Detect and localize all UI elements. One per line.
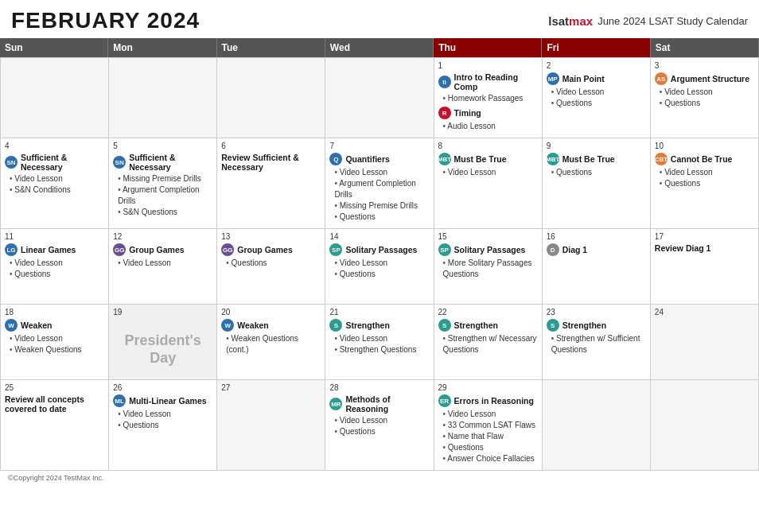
event-timing: R Timing Audio Lesson: [438, 107, 538, 132]
event-errors-reasoning: ER Errors in Reasoning Video Lesson 33 C…: [438, 394, 538, 464]
event-group-games-12: GG Group Games Video Lesson: [113, 243, 212, 269]
event-weaken-18: W Weaken Video Lesson Weaken Questions: [5, 319, 104, 355]
icon-weaken-20: W: [221, 319, 234, 332]
event-suf-nec-5: SN Sufficient & Necessary Missing Premis…: [113, 153, 212, 218]
header-fri: Fri: [542, 38, 650, 57]
event-strengthen-21: S Strengthen Video Lesson Strengthen Que…: [329, 319, 429, 355]
event-group-games-13: GG Group Games Questions: [221, 243, 321, 269]
event-suf-nec-4: SN Sufficient & Necessary Video Lesson S…: [5, 153, 104, 196]
event-review-suf: Review Sufficient & Necessary: [221, 153, 321, 172]
header-wed: Wed: [325, 38, 434, 57]
cell-feb26: 26 ML Multi-Linear Games Video Lesson Qu…: [109, 380, 217, 471]
header-thu: Thu: [434, 38, 542, 57]
icon-solitary-14: SP: [329, 243, 342, 256]
icon-must-be-true-9: MBT: [547, 153, 559, 165]
icon-suf-nec-4: SN: [5, 156, 18, 169]
event-solitary-15: SP Solitary Passages More Solitary Passa…: [438, 243, 538, 280]
icon-group-games-12: GG: [113, 243, 126, 256]
cell-feb11: 11 LG Linear Games Video Lesson Question…: [1, 229, 109, 305]
icon-arg-structure: AS: [655, 72, 668, 85]
cell-feb24: 24: [651, 305, 759, 380]
cell-feb16: 16 D Diag 1: [543, 229, 651, 305]
icon-strengthen-22: S: [438, 319, 451, 332]
event-multi-linear: ML Multi-Linear Games Video Lesson Quest…: [113, 394, 212, 431]
cell-feb8: 8 MBT Must Be True Video Lesson: [434, 138, 543, 229]
cell-empty-3: [217, 58, 325, 138]
cell-feb25: 25 Review all concepts covered to date: [1, 380, 109, 471]
cell-feb6: 6 Review Sufficient & Necessary: [217, 138, 325, 229]
cell-feb21: 21 S Strengthen Video Lesson Strengthen …: [325, 305, 434, 380]
event-methods-reasoning: MR Methods of Reasoning Video Lesson Que…: [329, 394, 429, 437]
cell-feb23: 23 S Strengthen Strengthen w/ Sufficient…: [543, 305, 651, 380]
month-title: FEBRUARY 2024: [11, 8, 200, 33]
day-headers: Sun Mon Tue Wed Thu Fri Sat: [0, 38, 759, 57]
icon-solitary-15: SP: [438, 243, 451, 256]
icon-main-point: MP: [547, 72, 559, 85]
cell-feb19: 19 President'sDay: [109, 305, 217, 380]
icon-must-be-true-8: MBT: [438, 153, 451, 165]
event-linear-games: LG Linear Games Video Lesson Questions: [5, 243, 104, 280]
event-review-concepts: Review all concepts covered to date: [5, 394, 104, 414]
cell-feb29: 29 ER Errors in Reasoning Video Lesson 3…: [434, 380, 543, 471]
cell-feb9: 9 MBT Must Be True Questions: [543, 138, 651, 229]
event-quantifiers: Q Quantifiers Video Lesson Argument Comp…: [329, 153, 429, 223]
cell-feb12: 12 GG Group Games Video Lesson: [109, 229, 217, 305]
event-review-diag1: Review Diag 1: [655, 243, 754, 253]
brand-area: lsatmax June 2024 LSAT Study Calendar: [548, 14, 748, 28]
brand-logo: lsatmax: [548, 14, 593, 28]
icon-timing: R: [438, 107, 451, 119]
cell-feb15: 15 SP Solitary Passages More Solitary Pa…: [434, 229, 543, 305]
icon-errors-reasoning: ER: [438, 394, 451, 407]
event-solitary-14: SP Solitary Passages Video Lesson Questi…: [329, 243, 429, 280]
icon-strengthen-23: S: [547, 319, 559, 332]
cell-feb10: 10 CBT Cannot Be True Video Lesson Quest…: [651, 138, 759, 229]
cell-empty-end2: [651, 380, 759, 471]
header-sat: Sat: [651, 38, 759, 57]
cell-feb4: 4 SN Sufficient & Necessary Video Lesson…: [1, 138, 109, 229]
calendar-grid: 1 II Intro to Reading Comp Homework Pass…: [0, 57, 759, 471]
cell-feb14: 14 SP Solitary Passages Video Lesson Que…: [325, 229, 434, 305]
cell-feb3: 3 AS Argument Structure Video Lesson Que…: [651, 58, 759, 138]
icon-suf-nec-5: SN: [113, 156, 126, 169]
footer: ©Copyright 2024 TestMax Inc.: [0, 471, 759, 485]
cell-feb7: 7 Q Quantifiers Video Lesson Argument Co…: [325, 138, 434, 229]
event-main-point: MP Main Point Video Lesson Questions: [547, 72, 646, 109]
icon-strengthen-21: S: [329, 319, 342, 332]
event-arg-structure: AS Argument Structure Video Lesson Quest…: [655, 72, 754, 109]
cell-empty-2: [109, 58, 217, 138]
event-cannot-be-true: CBT Cannot Be True Video Lesson Question…: [655, 153, 754, 189]
icon-intro-reading: II: [438, 76, 451, 88]
icon-cannot-be-true: CBT: [655, 153, 668, 165]
icon-quantifiers: Q: [329, 153, 342, 165]
header-sun: Sun: [0, 38, 108, 57]
event-diag1: D Diag 1: [547, 243, 646, 256]
icon-multi-linear: ML: [113, 394, 126, 407]
icon-linear-games: LG: [5, 243, 18, 256]
icon-group-games-13: GG: [221, 243, 234, 256]
event-weaken-20: W Weaken Weaken Questions (cont.): [221, 319, 321, 355]
event-must-be-true-9: MBT Must Be True Questions: [547, 153, 646, 178]
cell-feb18: 18 W Weaken Video Lesson Weaken Question…: [1, 305, 109, 380]
calendar-label: June 2024 LSAT Study Calendar: [597, 15, 748, 27]
icon-methods-reasoning: MR: [329, 398, 342, 410]
icon-diag1: D: [547, 243, 559, 256]
cell-empty-1: [1, 58, 109, 138]
cell-feb5: 5 SN Sufficient & Necessary Missing Prem…: [109, 138, 217, 229]
cell-feb28: 28 MR Methods of Reasoning Video Lesson …: [325, 380, 434, 471]
cell-feb20: 20 W Weaken Weaken Questions (cont.): [217, 305, 325, 380]
event-strengthen-22: S Strengthen Strengthen w/ Necessary Que…: [438, 319, 538, 355]
cell-feb1: 1 II Intro to Reading Comp Homework Pass…: [434, 58, 543, 138]
cell-feb13: 13 GG Group Games Questions: [217, 229, 325, 305]
cell-empty-end1: [543, 380, 651, 471]
cell-feb22: 22 S Strengthen Strengthen w/ Necessary …: [434, 305, 543, 380]
cell-feb17: 17 Review Diag 1: [651, 229, 759, 305]
header-tue: Tue: [217, 38, 325, 57]
cell-empty-4: [325, 58, 434, 138]
cell-feb2: 2 MP Main Point Video Lesson Questions: [543, 58, 651, 138]
header-mon: Mon: [108, 38, 216, 57]
cell-feb27: 27: [217, 380, 325, 471]
event-must-be-true-8: MBT Must Be True Video Lesson: [438, 153, 538, 178]
icon-weaken-18: W: [5, 319, 18, 332]
event-strengthen-23: S Strengthen Strengthen w/ Sufficient Qu…: [547, 319, 646, 355]
presidents-day-label: President'sDay: [113, 332, 212, 367]
